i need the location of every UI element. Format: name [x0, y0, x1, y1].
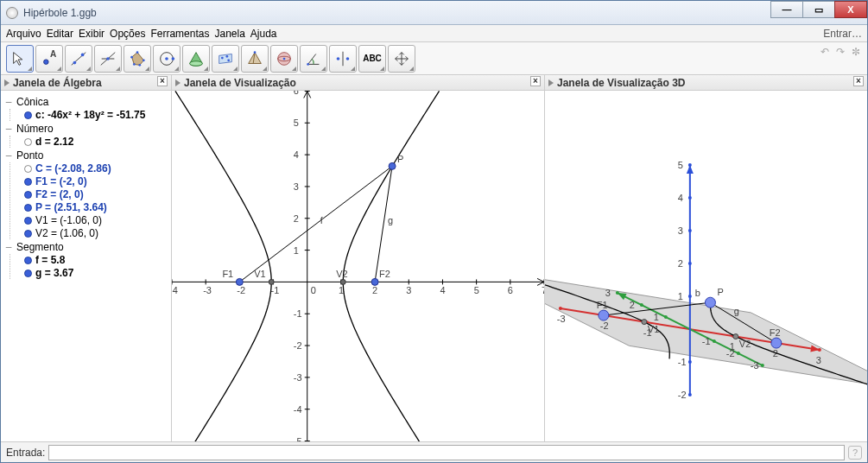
- graphics-3d-title: Janela de Visualização 3D: [557, 77, 686, 89]
- graphics-2d-svg[interactable]: -4-3-2-11234567-5-4-3-2-11234560fgF1F2PV…: [172, 91, 544, 441]
- close-button[interactable]: X: [834, 1, 867, 18]
- item-conic-c[interactable]: c: -46x² + 18y² = -51.75: [14, 109, 168, 121]
- algebra-close-button[interactable]: ×: [157, 76, 168, 86]
- svg-text:6: 6: [294, 91, 299, 96]
- tool-perpendicular[interactable]: [94, 45, 122, 73]
- category-conica[interactable]: Cônica: [4, 96, 168, 108]
- svg-point-9: [136, 51, 139, 54]
- svg-text:-4: -4: [294, 404, 302, 415]
- item-point-p[interactable]: P = (2.51, 3.64): [14, 201, 168, 213]
- input-help-button[interactable]: ?: [848, 446, 862, 460]
- category-segmento[interactable]: Segmento: [4, 241, 168, 253]
- svg-point-117: [664, 315, 668, 319]
- svg-text:-1: -1: [702, 336, 711, 346]
- svg-point-133: [688, 196, 692, 200]
- item-segment-g[interactable]: g = 3.67: [14, 267, 168, 279]
- tool-move[interactable]: [6, 45, 34, 73]
- svg-text:-4: -4: [172, 285, 178, 295]
- tool-reflect[interactable]: [329, 45, 357, 73]
- svg-text:-2: -2: [726, 348, 735, 358]
- svg-point-29: [337, 57, 340, 60]
- svg-point-19: [221, 56, 224, 59]
- menubar: Arquivo Editar Exibir Opções Ferramentas…: [1, 25, 867, 42]
- menu-ferramentas[interactable]: Ferramentas: [150, 28, 209, 40]
- item-point-v1[interactable]: V1 = (-1.06, 0): [14, 214, 168, 226]
- tool-translate[interactable]: [388, 45, 415, 73]
- item-segment-f[interactable]: f = 5.8: [14, 254, 168, 266]
- menu-ajuda[interactable]: Ajuda: [250, 28, 277, 40]
- tool-plane[interactable]: [212, 45, 239, 73]
- tool-angle[interactable]: [300, 45, 327, 73]
- algebra-panel: Janela de Álgebra × Cônica c: -46x² + 18…: [1, 75, 172, 441]
- svg-text:A: A: [50, 49, 57, 59]
- menu-arquivo[interactable]: Arquivo: [6, 28, 41, 40]
- minimize-button[interactable]: —: [770, 1, 803, 18]
- item-point-v2[interactable]: V2 = (1.06, 0): [14, 227, 168, 239]
- graphics-2d-header[interactable]: Janela de Visualização ×: [172, 75, 544, 91]
- item-point-c[interactable]: C = (-2.08, 2.86): [14, 162, 168, 174]
- algebra-panel-title: Janela de Álgebra: [13, 77, 102, 89]
- svg-text:4: 4: [440, 285, 445, 295]
- tool-circle[interactable]: [153, 45, 181, 73]
- svg-point-141: [771, 338, 782, 348]
- svg-text:7: 7: [542, 285, 544, 295]
- menu-opcoes[interactable]: Opções: [110, 28, 145, 40]
- tool-line[interactable]: [65, 45, 92, 73]
- tool-point[interactable]: A: [35, 45, 63, 73]
- category-ponto[interactable]: Ponto: [4, 149, 168, 162]
- svg-point-84: [371, 278, 378, 285]
- tool-pyramid[interactable]: [241, 45, 269, 73]
- svg-point-99: [559, 307, 562, 310]
- svg-point-4: [81, 53, 85, 56]
- svg-point-88: [269, 279, 274, 284]
- undo-icon[interactable]: ↶: [820, 46, 829, 58]
- item-number-d[interactable]: d = 2.12: [14, 136, 168, 148]
- algebra-tree[interactable]: Cônica c: -46x² + 18y² = -51.75 Número d…: [1, 91, 171, 441]
- svg-text:5: 5: [678, 160, 683, 170]
- svg-text:3: 3: [816, 355, 821, 365]
- graphics-3d-close-button[interactable]: ×: [853, 76, 864, 86]
- window-title: Hipérbole 1.ggb: [23, 7, 97, 19]
- input-field[interactable]: [48, 445, 845, 460]
- svg-text:F1: F1: [597, 300, 608, 310]
- tool-text[interactable]: ABC: [358, 45, 386, 73]
- svg-text:-1: -1: [678, 357, 687, 367]
- algebra-panel-header[interactable]: Janela de Álgebra ×: [1, 75, 171, 91]
- settings-icon[interactable]: ✼: [852, 46, 860, 58]
- svg-point-26: [283, 57, 286, 60]
- tool-sphere[interactable]: [270, 45, 298, 73]
- svg-text:2: 2: [630, 300, 635, 310]
- svg-text:-2: -2: [237, 285, 245, 295]
- tool-polygon[interactable]: [124, 45, 151, 73]
- menu-exibir[interactable]: Exibir: [79, 28, 105, 40]
- toolbar: A ABC ↶ ↷ ✼: [1, 42, 867, 75]
- svg-point-13: [130, 55, 133, 58]
- svg-text:3: 3: [678, 225, 683, 236]
- svg-point-27: [307, 63, 309, 66]
- item-point-f2[interactable]: F2 = (2, 0): [14, 188, 168, 200]
- svg-point-121: [616, 291, 619, 295]
- svg-point-90: [340, 279, 345, 284]
- svg-point-127: [688, 295, 692, 298]
- toolbar-right: ↶ ↷ ✼: [820, 46, 860, 58]
- menu-janela[interactable]: Janela: [214, 28, 244, 40]
- redo-icon[interactable]: ↷: [836, 46, 845, 58]
- input-bar: Entrada: ?: [1, 441, 867, 462]
- graphics-2d-view[interactable]: -4-3-2-11234567-5-4-3-2-11234560fgF1F2PV…: [172, 91, 544, 441]
- maximize-button[interactable]: ▭: [802, 1, 835, 18]
- svg-marker-18: [219, 54, 232, 63]
- svg-text:2: 2: [372, 285, 377, 295]
- tool-cone[interactable]: [182, 45, 210, 73]
- item-point-f1[interactable]: F1 = (-2, 0): [14, 175, 168, 187]
- graphics-2d-close-button[interactable]: ×: [530, 76, 541, 86]
- graphics-3d-view[interactable]: -3-2-1123-3-2-1123-2-112345F1F2PV1V2gb: [545, 91, 867, 441]
- menu-editar[interactable]: Editar: [47, 28, 73, 40]
- svg-point-23: [254, 51, 257, 54]
- signin-link[interactable]: Entrar…: [823, 28, 862, 40]
- category-numero[interactable]: Número: [4, 123, 168, 135]
- graphics-3d-svg[interactable]: -3-2-1123-3-2-1123-2-112345F1F2PV1V2gb: [545, 91, 867, 441]
- workspace: Janela de Álgebra × Cônica c: -46x² + 18…: [1, 75, 867, 441]
- graphics-3d-header[interactable]: Janela de Visualização 3D ×: [545, 75, 867, 91]
- svg-point-0: [44, 59, 49, 64]
- svg-point-10: [143, 59, 145, 61]
